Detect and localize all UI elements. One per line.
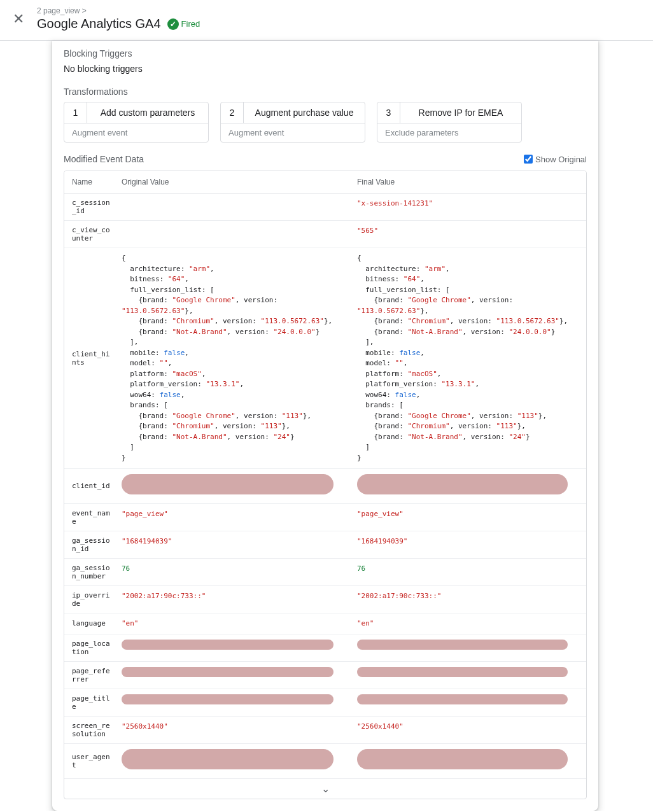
med-title: Modified Event Data <box>64 154 144 164</box>
table-row: client_hints{ architecture: "arm", bitne… <box>64 248 586 469</box>
tc-num: 3 <box>377 102 400 123</box>
cell-name: event_name <box>64 504 116 531</box>
table-row: language"en""en" <box>64 613 586 635</box>
transformations-title: Transformations <box>64 79 587 102</box>
cell-original <box>116 221 352 248</box>
cell-final: "1684194039" <box>352 531 586 558</box>
tc-name: Add custom parameters <box>87 102 208 123</box>
cell-name: client_hints <box>64 248 116 468</box>
redacted-value <box>122 667 334 677</box>
cell-name: ga_session_number <box>64 559 116 585</box>
cell-final <box>352 662 586 689</box>
cell-name: page_location <box>64 634 116 661</box>
fired-badge: ✓ Fired <box>167 18 200 30</box>
cell-final: 76 <box>352 559 586 585</box>
cell-original: "en" <box>116 613 352 634</box>
cell-final <box>352 634 586 661</box>
cell-original <box>116 689 352 716</box>
med-header: Modified Event Data Show Original <box>64 143 587 171</box>
header: ✕ 2 page_view > Google Analytics GA4 ✓ F… <box>0 0 653 41</box>
cell-original <box>116 469 352 503</box>
table-row: ip_override"2002:a17:90c:733::""2002:a17… <box>64 586 586 613</box>
tc-sub: Exclude parameters <box>377 123 521 142</box>
cell-name: screen_resolution <box>64 717 116 743</box>
tc-sub: Augment event <box>64 123 208 142</box>
transformations-row: 1Add custom parametersAugment event2Augm… <box>64 102 587 143</box>
cell-name: ip_override <box>64 586 116 613</box>
table-row: page_title <box>64 689 586 717</box>
cell-name: c_session_id <box>64 193 116 220</box>
table-row: page_referrer <box>64 662 586 689</box>
col-header-orig: Original Value <box>116 171 352 193</box>
transformation-card[interactable]: 3Remove IP for EMEAExclude parameters <box>377 102 522 143</box>
title-row: Google Analytics GA4 ✓ Fired <box>37 17 640 31</box>
table-row: page_location <box>64 634 586 662</box>
cell-final: "2560x1440" <box>352 717 586 743</box>
tc-name: Augment purchase value <box>244 102 365 123</box>
tc-top: 3Remove IP for EMEA <box>377 102 521 123</box>
cell-name: user_agent <box>64 744 116 778</box>
expand-row[interactable]: ⌄ <box>64 778 586 799</box>
redacted-value <box>122 640 334 650</box>
fired-label: Fired <box>181 19 200 29</box>
redacted-value <box>357 694 568 704</box>
cell-original: "2002:a17:90c:733::" <box>116 586 352 613</box>
blocking-triggers-empty: No blocking triggers <box>64 64 587 79</box>
redacted-value <box>357 749 568 769</box>
table-row: ga_session_number7676 <box>64 559 586 586</box>
cell-original: "1684194039" <box>116 531 352 558</box>
tc-top: 2Augment purchase value <box>221 102 365 123</box>
cell-final <box>352 689 586 716</box>
show-original-checkbox[interactable] <box>524 155 533 164</box>
cell-original: { architecture: "arm", bitness: "64", fu… <box>116 248 352 468</box>
table-row: c_view_counter"565" <box>64 221 586 248</box>
redacted-value <box>357 667 568 677</box>
redacted-value <box>122 749 334 769</box>
cell-name: ga_session_id <box>64 531 116 558</box>
chevron-down-icon: ⌄ <box>321 783 330 794</box>
col-header-name: Name <box>64 171 116 193</box>
tc-sub: Augment event <box>221 123 365 142</box>
table-row: screen_resolution"2560x1440""2560x1440" <box>64 717 586 744</box>
redacted-value <box>122 694 334 704</box>
cell-original: "2560x1440" <box>116 717 352 743</box>
show-original-label: Show Original <box>535 155 587 164</box>
cell-original <box>116 634 352 661</box>
cell-name: language <box>64 613 116 634</box>
cell-name: page_referrer <box>64 662 116 689</box>
table-header: Name Original Value Final Value <box>64 171 586 193</box>
table-row: ga_session_id"1684194039""1684194039" <box>64 531 586 559</box>
cell-final: "en" <box>352 613 586 634</box>
col-header-final: Final Value <box>352 171 586 193</box>
cell-original <box>116 744 352 778</box>
cell-final: "page_view" <box>352 504 586 531</box>
cell-original <box>116 193 352 220</box>
check-icon: ✓ <box>167 18 179 30</box>
transformation-card[interactable]: 1Add custom parametersAugment event <box>64 102 209 143</box>
cell-final: "2002:a17:90c:733::" <box>352 586 586 613</box>
redacted-value <box>357 640 568 650</box>
cell-final <box>352 469 586 503</box>
cell-original: "page_view" <box>116 504 352 531</box>
data-table: Name Original Value Final Value c_sessio… <box>64 171 587 799</box>
cell-name: c_view_counter <box>64 221 116 248</box>
cell-final: "x-session-141231" <box>352 193 586 220</box>
cell-original <box>116 662 352 689</box>
panel: Blocking Triggers No blocking triggers T… <box>52 41 598 811</box>
cell-final: "565" <box>352 221 586 248</box>
cell-name: page_title <box>64 689 116 716</box>
cell-original: 76 <box>116 559 352 585</box>
cell-final: { architecture: "arm", bitness: "64", fu… <box>352 248 586 468</box>
table-row: event_name"page_view""page_view" <box>64 504 586 531</box>
table-row: c_session_id"x-session-141231" <box>64 193 586 221</box>
cell-name: client_id <box>64 469 116 503</box>
show-original-toggle[interactable]: Show Original <box>524 155 587 164</box>
tc-name: Remove IP for EMEA <box>400 102 521 123</box>
close-icon[interactable]: ✕ <box>13 12 24 26</box>
redacted-value <box>122 474 334 494</box>
header-content: 2 page_view > Google Analytics GA4 ✓ Fir… <box>37 6 640 31</box>
transformation-card[interactable]: 2Augment purchase valueAugment event <box>220 102 365 143</box>
table-row: user_agent <box>64 744 586 778</box>
redacted-value <box>357 474 568 494</box>
breadcrumb[interactable]: 2 page_view > <box>37 6 640 15</box>
